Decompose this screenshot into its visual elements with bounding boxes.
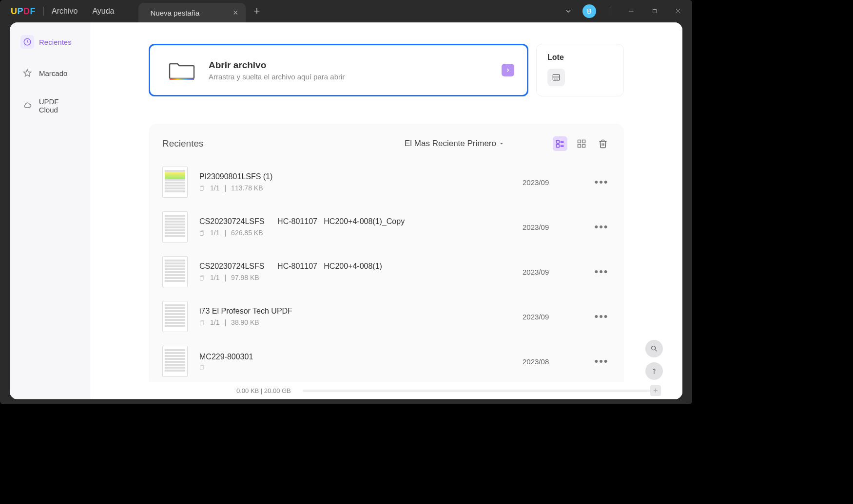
open-file-subtitle: Arrastra y suelta el archivo aquí para a…: [209, 73, 345, 81]
file-size: 97.98 KB: [231, 274, 259, 281]
file-size: 626.85 KB: [231, 229, 263, 237]
avatar[interactable]: B: [582, 4, 596, 18]
pages-icon: [199, 185, 205, 191]
svg-rect-30: [200, 366, 203, 370]
svg-rect-20: [582, 145, 585, 148]
chevron-down-icon[interactable]: [559, 2, 578, 20]
file-thumbnail: [162, 167, 188, 198]
folder-icon: [168, 59, 196, 81]
file-thumbnail: [162, 301, 188, 332]
tab-new[interactable]: Nueva pestaña ×: [138, 3, 246, 22]
file-meta: 1/1 | 97.98 KB: [199, 274, 511, 281]
recents-title: Recientes: [162, 138, 204, 149]
app-logo: UPDF: [11, 6, 36, 17]
file-row[interactable]: MC229-800301 2023/08 •••: [149, 339, 624, 384]
storage-text: 0.00 KB | 20.00 GB: [236, 387, 291, 394]
close-window-icon[interactable]: [669, 2, 687, 20]
file-pages: 1/1: [210, 229, 219, 237]
delete-button[interactable]: [596, 136, 610, 151]
file-date: 2023/09: [523, 223, 581, 231]
svg-marker-5: [24, 70, 31, 76]
file-pages: 1/1: [210, 318, 219, 326]
svg-rect-22: [200, 187, 203, 191]
file-thumbnail: [162, 346, 188, 377]
sidebar-item-cloud[interactable]: UPDF Cloud: [15, 93, 85, 119]
sidebar-item-recents[interactable]: Recientes: [15, 30, 85, 54]
file-more-button[interactable]: •••: [593, 265, 610, 278]
file-date: 2023/08: [523, 357, 581, 366]
file-name: i73 El Profesor Tech UPDF: [199, 307, 511, 316]
svg-rect-6: [170, 78, 194, 80]
cloud-icon: [20, 99, 34, 112]
tab-label: Nueva pestaña: [150, 9, 199, 17]
chevron-down-icon: [499, 141, 504, 146]
minimize-icon[interactable]: [622, 2, 640, 20]
scanner-icon: [547, 69, 565, 86]
file-meta: [199, 364, 511, 370]
titlebar: UPDF Archivo Ayuda Nueva pestaña × + B: [0, 0, 692, 22]
batch-card[interactable]: Lote: [536, 44, 624, 96]
file-date: 2023/09: [523, 178, 581, 187]
close-tab-icon[interactable]: ×: [233, 8, 238, 18]
file-date: 2023/09: [523, 268, 581, 276]
svg-rect-1: [653, 10, 657, 13]
sort-dropdown[interactable]: El Mas Reciente Primero: [405, 139, 504, 149]
maximize-icon[interactable]: [645, 2, 664, 20]
star-icon: [20, 66, 34, 80]
svg-rect-7: [553, 75, 559, 80]
view-grid-button[interactable]: [574, 136, 589, 151]
file-name: CS20230724LSFS HC-801107 HC200+4-008(1): [199, 262, 511, 271]
pages-icon: [199, 364, 205, 370]
file-thumbnail: [162, 256, 188, 287]
menu-help[interactable]: Ayuda: [92, 7, 114, 16]
storage-bar: [303, 390, 650, 392]
file-row[interactable]: CS20230724LSFS HC-801107 HC200+4-008(1) …: [149, 249, 624, 294]
file-pages: 1/1: [210, 184, 219, 192]
file-more-button[interactable]: •••: [593, 221, 610, 233]
file-meta: 1/1 | 38.90 KB: [199, 318, 511, 326]
file-pages: 1/1: [210, 274, 219, 281]
file-name: MC229-800301: [199, 353, 511, 361]
svg-point-33: [654, 373, 654, 373]
file-meta: 1/1 | 113.78 KB: [199, 184, 511, 192]
open-file-card[interactable]: Abrir archivo Arrastra y suelta el archi…: [149, 44, 528, 96]
file-more-button[interactable]: •••: [593, 310, 610, 323]
svg-point-31: [652, 346, 656, 350]
pages-icon: [199, 230, 205, 236]
help-fab[interactable]: [645, 362, 663, 380]
svg-rect-11: [557, 140, 560, 143]
svg-rect-19: [578, 145, 581, 148]
svg-rect-17: [578, 140, 581, 143]
search-fab[interactable]: [645, 340, 663, 357]
sidebar-item-label: Marcado: [39, 69, 67, 77]
file-row[interactable]: i73 El Profesor Tech UPDF 1/1 | 38.90 KB…: [149, 294, 624, 339]
open-file-title: Abrir archivo: [209, 60, 345, 71]
svg-marker-10: [501, 143, 503, 145]
file-row[interactable]: PI23090801LSFS (1) 1/1 | 113.78 KB 2023/…: [149, 160, 624, 205]
svg-rect-26: [200, 277, 203, 280]
recents-panel: Recientes El Mas Reciente Primero PI2309…: [149, 124, 624, 388]
pages-icon: [199, 319, 205, 325]
view-list-button[interactable]: [553, 136, 567, 151]
file-size: 113.78 KB: [231, 184, 263, 192]
file-more-button[interactable]: •••: [593, 355, 610, 368]
open-file-go-button[interactable]: [502, 64, 514, 76]
file-row[interactable]: CS20230724LSFS HC-801107 HC200+4-008(1)_…: [149, 205, 624, 249]
menu-file[interactable]: Archivo: [52, 7, 78, 16]
svg-rect-28: [200, 321, 203, 325]
file-thumbnail: [162, 211, 188, 243]
storage-footer: 0.00 KB | 20.00 GB +: [90, 382, 682, 399]
file-name: CS20230724LSFS HC-801107 HC200+4-008(1)_…: [199, 217, 511, 226]
add-tab-button[interactable]: +: [253, 5, 260, 18]
file-date: 2023/09: [523, 313, 581, 321]
storage-add-button[interactable]: +: [650, 385, 661, 396]
file-more-button[interactable]: •••: [593, 176, 610, 188]
file-meta: 1/1 | 626.85 KB: [199, 229, 511, 237]
svg-rect-14: [557, 145, 560, 148]
svg-rect-18: [582, 140, 585, 143]
sidebar-item-label: Recientes: [39, 38, 72, 46]
svg-rect-24: [200, 232, 203, 236]
sidebar-item-marked[interactable]: Marcado: [15, 61, 85, 85]
sidebar: Recientes Marcado UPDF Cloud: [10, 22, 90, 399]
batch-title: Lote: [547, 53, 613, 62]
